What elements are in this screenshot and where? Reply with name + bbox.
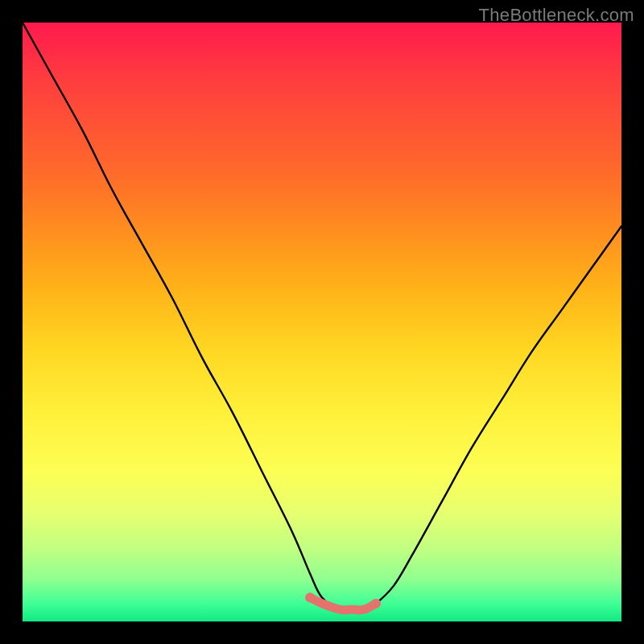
optimal-band-end-dot bbox=[371, 599, 381, 609]
curve-layer bbox=[23, 23, 621, 621]
plot-area bbox=[23, 23, 621, 621]
optimal-band bbox=[310, 597, 376, 610]
chart-container: TheBottleneck.com bbox=[0, 0, 644, 644]
optimal-band-start-dot bbox=[305, 592, 315, 602]
bottleneck-curve bbox=[23, 23, 621, 610]
